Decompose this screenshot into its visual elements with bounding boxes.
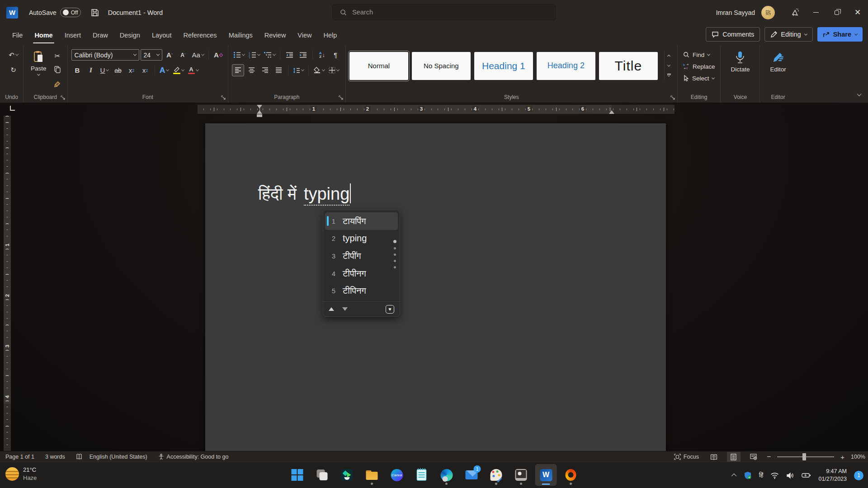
search-box[interactable]: [332, 4, 556, 20]
tab-selector[interactable]: [10, 106, 15, 111]
undo-button[interactable]: ↶: [7, 49, 19, 61]
notepad-app-button[interactable]: [411, 464, 433, 486]
ime-candidate-5[interactable]: 5 टीपिनग: [323, 282, 400, 300]
subscript-button[interactable]: x2: [126, 64, 138, 76]
edge-browser-button[interactable]: [436, 464, 458, 486]
clock[interactable]: 9:47 AM 01/27/2023: [818, 468, 847, 483]
paste-button[interactable]: Paste: [27, 49, 50, 78]
editing-mode-button[interactable]: Editing: [764, 27, 812, 42]
collapse-ribbon-button[interactable]: [858, 90, 861, 98]
justify-button[interactable]: [273, 64, 285, 76]
volume-button[interactable]: [786, 472, 794, 479]
style-title[interactable]: Title: [599, 52, 658, 80]
zoom-slider[interactable]: [777, 456, 834, 457]
tray-overflow-button[interactable]: [731, 474, 736, 479]
ime-language-indicator[interactable]: हिं: [759, 472, 764, 479]
zoom-out-button[interactable]: −: [767, 453, 771, 461]
tab-view[interactable]: View: [292, 25, 317, 45]
paint-app-button[interactable]: [486, 464, 507, 486]
increase-indent-button[interactable]: [297, 49, 309, 61]
hanging-indent-marker[interactable]: [257, 110, 262, 114]
tab-insert[interactable]: Insert: [59, 25, 87, 45]
line-spacing-button[interactable]: [292, 64, 305, 76]
bullets-button[interactable]: [232, 49, 246, 61]
task-view-button[interactable]: [311, 464, 333, 486]
font-size-combobox[interactable]: 24: [141, 49, 162, 61]
tab-layout[interactable]: Layout: [146, 25, 178, 45]
style-normal[interactable]: Normal: [349, 52, 408, 80]
font-color-button[interactable]: A: [187, 64, 200, 76]
ime-candidate-4[interactable]: 4 टीपीनग: [323, 265, 400, 282]
text-effects-button[interactable]: A: [158, 64, 170, 76]
autosave-toggle[interactable]: Off: [60, 8, 81, 17]
clear-formatting-button[interactable]: A: [212, 49, 224, 61]
find-button[interactable]: Find: [681, 49, 717, 61]
redo-button[interactable]: ↻: [7, 64, 19, 76]
word-app-button[interactable]: W: [535, 464, 557, 486]
tab-help[interactable]: Help: [318, 25, 343, 45]
strikethrough-button[interactable]: ab: [112, 64, 124, 76]
proofing-status[interactable]: [74, 454, 84, 460]
ime-candidate-1[interactable]: 1 टायपिंग: [325, 212, 398, 230]
tab-file[interactable]: File: [6, 25, 28, 45]
comments-button[interactable]: Comments: [706, 27, 760, 42]
weather-widget[interactable]: 21°CHaze: [5, 466, 37, 482]
clipboard-dialog-launcher[interactable]: [61, 95, 65, 100]
mail-app-button[interactable]: 1: [461, 464, 482, 486]
shrink-font-button[interactable]: Aˇ: [177, 49, 189, 61]
battery-button[interactable]: [802, 473, 811, 478]
restore-button[interactable]: [826, 0, 847, 25]
feedback-button[interactable]: [785, 0, 806, 25]
canva-app-button[interactable]: Canva: [386, 464, 408, 486]
accessibility-status[interactable]: Accessibility: Good to go: [156, 454, 231, 460]
tab-mailings[interactable]: Mailings: [223, 25, 259, 45]
dictate-button[interactable]: Dictate: [727, 49, 753, 75]
tab-draw[interactable]: Draw: [87, 25, 114, 45]
search-input[interactable]: [352, 9, 524, 16]
styles-scroll-up[interactable]: [665, 52, 674, 61]
sort-button[interactable]: AZ ↓: [316, 49, 328, 61]
select-button[interactable]: Select: [681, 72, 717, 84]
file-explorer-button[interactable]: [361, 464, 383, 486]
style-no-spacing[interactable]: No Spacing: [412, 52, 471, 80]
ime-candidate-2[interactable]: 2 typing: [323, 230, 400, 248]
show-formatting-button[interactable]: ¶: [330, 49, 342, 61]
paragraph-dialog-launcher[interactable]: [339, 95, 343, 100]
text-highlight-button[interactable]: [172, 64, 185, 76]
align-left-button[interactable]: [232, 64, 244, 76]
document-page[interactable]: हिंदी मेंtyping: [205, 123, 666, 451]
underline-button[interactable]: U: [99, 64, 111, 76]
align-center-button[interactable]: [245, 64, 258, 76]
share-button[interactable]: Share: [817, 27, 863, 42]
styles-gallery-expand[interactable]: [665, 70, 674, 80]
zoom-slider-thumb[interactable]: [802, 453, 806, 460]
focus-mode-button[interactable]: Focus: [672, 454, 701, 460]
style-heading-1[interactable]: Heading 1: [474, 52, 533, 80]
font-dialog-launcher[interactable]: [221, 95, 226, 100]
font-name-combobox[interactable]: Calibri (Body): [71, 49, 139, 61]
wifi-button[interactable]: [770, 472, 779, 479]
left-indent-marker[interactable]: [257, 114, 262, 117]
filmora-app-button[interactable]: [336, 464, 358, 486]
shading-button[interactable]: [312, 64, 326, 76]
gimp-app-button[interactable]: [510, 464, 532, 486]
horizontal-ruler[interactable]: 1 2 3 4 5 6: [198, 105, 675, 114]
change-case-button[interactable]: Aa: [191, 49, 205, 61]
tab-home[interactable]: Home: [28, 25, 58, 45]
word-app-icon[interactable]: W: [6, 7, 18, 19]
ime-page-down-button[interactable]: [342, 307, 348, 311]
language-indicator[interactable]: English (United States): [88, 454, 149, 460]
editor-button[interactable]: Editor: [766, 49, 789, 75]
print-layout-button[interactable]: [727, 452, 741, 462]
start-button[interactable]: [287, 464, 308, 486]
styles-scroll-down[interactable]: [665, 61, 674, 70]
right-indent-marker[interactable]: [609, 110, 614, 114]
numbering-button[interactable]: 123: [247, 49, 261, 61]
vertical-ruler[interactable]: 1 2 3 4: [4, 116, 11, 451]
tab-review[interactable]: Review: [259, 25, 292, 45]
multilevel-list-button[interactable]: [263, 49, 277, 61]
tab-design[interactable]: Design: [114, 25, 146, 45]
notification-badge[interactable]: 1: [854, 471, 863, 480]
page-indicator[interactable]: Page 1 of 1: [4, 454, 36, 460]
minimize-button[interactable]: [806, 0, 826, 25]
